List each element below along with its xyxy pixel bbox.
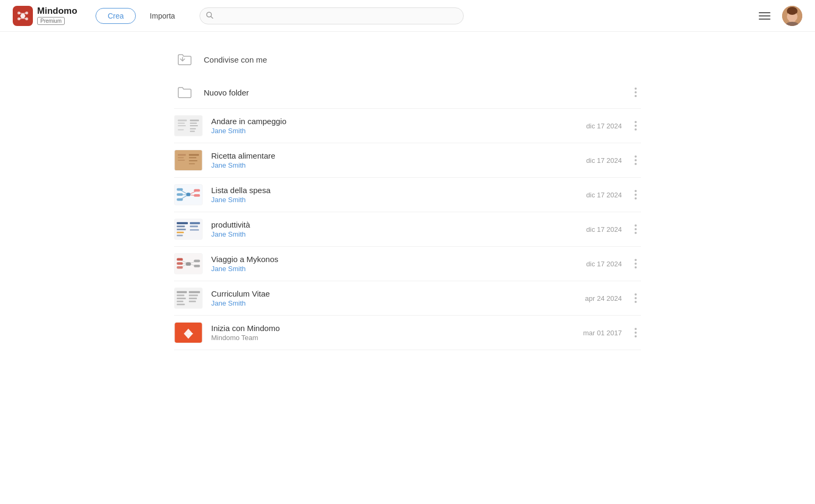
svg-rect-34: [189, 163, 195, 164]
map-date-viaggio-mykonos: dic 17 2024: [569, 260, 622, 268]
map-menu-button-viaggio-mykonos[interactable]: [630, 257, 641, 271]
map-row-viaggio-mykonos[interactable]: Viaggio a Mykonos Jane Smith dic 17 2024: [174, 247, 641, 281]
svg-rect-52: [177, 234, 183, 236]
svg-rect-74: [189, 291, 200, 293]
svg-rect-65: [186, 262, 191, 266]
search-input[interactable]: [200, 7, 464, 24]
svg-rect-43: [177, 198, 183, 201]
map-author-viaggio-mykonos: Jane Smith: [211, 265, 560, 273]
map-author-curriculum-vitae: Jane Smith: [211, 299, 560, 307]
svg-line-7: [19, 18, 23, 19]
map-menu-button-ricetta-alimentare[interactable]: [630, 153, 641, 167]
map-thumbnail-andare-campeggio: [174, 115, 203, 136]
svg-rect-63: [177, 262, 183, 265]
map-info-curriculum-vitae: Curriculum Vitae Jane Smith: [211, 289, 560, 307]
svg-rect-70: [177, 294, 184, 296]
avatar-image: [782, 6, 802, 26]
svg-rect-67: [194, 265, 200, 267]
map-thumbnail-ricetta-alimentare: [174, 150, 203, 171]
map-row-lista-spesa[interactable]: Lista della spesa Jane Smith dic 17 2024: [174, 178, 641, 212]
map-row-inizia-mindomo[interactable]: Inizia con Mindomo Mindomo Team mar 01 2…: [174, 316, 641, 350]
hamburger-line-3: [759, 19, 770, 20]
svg-point-0: [20, 13, 25, 18]
svg-rect-51: [177, 232, 184, 233]
map-date-curriculum-vitae: apr 24 2024: [569, 294, 622, 302]
logo-text-group: Mindomo Premium: [37, 6, 77, 25]
logo-icon: [13, 6, 33, 26]
search-icon: [206, 11, 213, 20]
search-bar: [200, 7, 464, 24]
map-menu-button-produttivita[interactable]: [630, 222, 641, 236]
map-row-curriculum-vitae[interactable]: Curriculum Vitae Jane Smith apr 24 2024: [174, 281, 641, 316]
svg-rect-55: [190, 229, 199, 231]
avatar[interactable]: [782, 6, 802, 26]
shared-label[interactable]: Condivise con me: [204, 55, 641, 64]
map-row-andare-campeggio[interactable]: Andare in campeggio Jane Smith dic 17 20…: [174, 109, 641, 143]
map-menu-button-inizia-mindomo[interactable]: [630, 326, 641, 340]
map-title-inizia-mindomo: Inizia con Mindomo: [211, 324, 560, 333]
new-folder-label[interactable]: Nuovo folder: [204, 88, 622, 97]
svg-rect-62: [177, 258, 183, 261]
map-thumbnail-curriculum-vitae: [174, 288, 203, 309]
svg-rect-25: [190, 128, 196, 129]
svg-rect-76: [189, 298, 197, 299]
svg-rect-75: [189, 294, 198, 296]
svg-rect-46: [194, 194, 200, 197]
svg-rect-54: [190, 225, 198, 227]
svg-rect-29: [178, 157, 184, 158]
map-author-produttivita: Jane Smith: [211, 230, 560, 238]
importa-button[interactable]: Importa: [144, 8, 180, 23]
map-info-andare-campeggio: Andare in campeggio Jane Smith: [211, 117, 560, 135]
map-title-andare-campeggio: Andare in campeggio: [211, 117, 560, 126]
svg-rect-33: [189, 160, 197, 161]
map-title-lista-spesa: Lista della spesa: [211, 186, 560, 195]
main-content: Condivise con me Nuovo folder: [153, 32, 662, 361]
map-menu-button-lista-spesa[interactable]: [630, 188, 641, 202]
svg-rect-21: [178, 129, 184, 131]
svg-line-6: [23, 13, 27, 13]
svg-rect-48: [177, 222, 188, 224]
map-date-andare-campeggio: dic 17 2024: [569, 122, 622, 130]
svg-rect-30: [178, 160, 185, 161]
map-list: Andare in campeggio Jane Smith dic 17 20…: [174, 109, 641, 350]
new-folder-row: Nuovo folder: [174, 76, 641, 109]
map-info-viaggio-mykonos: Viaggio a Mykonos Jane Smith: [211, 255, 560, 273]
svg-line-5: [19, 13, 23, 13]
hamburger-menu[interactable]: [756, 9, 774, 23]
svg-rect-19: [178, 123, 185, 124]
svg-rect-42: [177, 193, 183, 196]
svg-rect-45: [194, 189, 200, 192]
map-thumbnail-viaggio-mykonos: [174, 253, 203, 274]
shared-folder-icon: [174, 49, 195, 70]
map-row-produttivita[interactable]: produttività Jane Smith dic 17 2024: [174, 212, 641, 247]
premium-badge: Premium: [37, 17, 65, 25]
svg-rect-71: [177, 298, 186, 299]
svg-rect-18: [178, 120, 187, 121]
hamburger-line-2: [759, 15, 770, 16]
map-row-ricetta-alimentare[interactable]: Ricetta alimentare Jane Smith dic 17 202…: [174, 143, 641, 178]
header: Mindomo Premium Crea Importa: [0, 0, 815, 32]
map-author-andare-campeggio: Jane Smith: [211, 127, 560, 135]
crea-button[interactable]: Crea: [96, 8, 136, 24]
map-menu-button-andare-campeggio[interactable]: [630, 119, 641, 133]
map-title-viaggio-mykonos: Viaggio a Mykonos: [211, 255, 560, 264]
new-folder-menu-button[interactable]: [630, 85, 641, 99]
map-date-inizia-mindomo: mar 01 2017: [569, 329, 622, 337]
svg-point-14: [787, 8, 797, 15]
svg-rect-41: [177, 188, 183, 191]
svg-rect-23: [190, 123, 197, 124]
map-title-curriculum-vitae: Curriculum Vitae: [211, 289, 560, 298]
svg-rect-20: [178, 125, 186, 126]
svg-rect-50: [177, 229, 186, 230]
logo-area: Mindomo Premium: [13, 6, 87, 26]
svg-rect-64: [177, 266, 183, 269]
map-author-ricetta-alimentare: Jane Smith: [211, 161, 560, 169]
svg-rect-49: [177, 225, 185, 227]
map-info-ricetta-alimentare: Ricetta alimentare Jane Smith: [211, 151, 560, 169]
map-menu-button-curriculum-vitae[interactable]: [630, 291, 641, 305]
svg-rect-44: [186, 193, 190, 196]
map-date-produttivita: dic 17 2024: [569, 225, 622, 233]
svg-rect-66: [194, 259, 200, 262]
hamburger-line-1: [759, 12, 770, 13]
map-date-lista-spesa: dic 17 2024: [569, 191, 622, 199]
